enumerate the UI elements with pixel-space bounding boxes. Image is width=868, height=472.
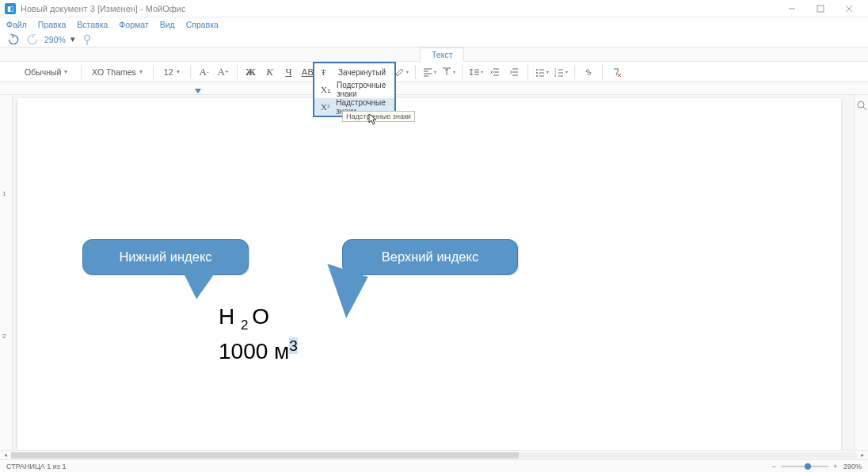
font-value: XO Thames <box>92 67 136 77</box>
menu-help[interactable]: Справка <box>186 20 219 29</box>
maximize-button[interactable] <box>806 0 835 17</box>
workspace: 1 2 H 2 О 1000 м3 Нижний индекс Верхний … <box>0 95 868 450</box>
bullet-list-button[interactable]: ▾ <box>533 63 550 81</box>
pin-button[interactable] <box>80 32 94 47</box>
dropdown-subscript[interactable]: X₁ Подстрочные знаки <box>314 81 394 98</box>
text-1000m: 1000 м <box>219 340 289 364</box>
dropdown-item-label: Подстрочные знаки <box>337 81 388 98</box>
zoom-out-button[interactable]: − <box>771 462 775 470</box>
text-h: H <box>219 304 241 329</box>
titlebar: ◧ Новый документ 3 [Изменен] - МойОфис <box>0 0 868 17</box>
increase-font-button[interactable]: A+ <box>215 63 232 81</box>
svg-point-21 <box>536 72 538 74</box>
scroll-left-icon[interactable]: ◂ <box>0 451 11 459</box>
cursor-icon <box>368 113 378 128</box>
vertical-align-button[interactable]: ▾ <box>440 63 457 81</box>
callout-upper-label: Верхний индекс <box>382 249 478 264</box>
svg-point-22 <box>536 75 538 77</box>
size-value: 12 <box>164 67 173 77</box>
dropdown-item-label: Зачеркнутый <box>338 68 386 77</box>
font-selector[interactable]: XO Thames▾ <box>86 64 148 80</box>
svg-rect-1 <box>817 6 824 12</box>
decrease-font-button[interactable]: A- <box>196 63 213 81</box>
callout-upper-index: Верхний индекс <box>342 239 518 275</box>
formatting-toolbar: Обычный▾ XO Thames▾ 12▾ A- A+ Ж К Ч AB T… <box>0 62 868 82</box>
more-formatting-dropdown: Ŧ Зачеркнутый X₁ Подстрочные знаки X² На… <box>313 62 396 117</box>
callout-tail-icon <box>184 268 223 300</box>
redo-button[interactable] <box>25 32 40 47</box>
style-value: Обычный <box>25 67 61 77</box>
text-o: О <box>252 304 269 329</box>
menu-edit[interactable]: Правка <box>38 20 66 29</box>
text-sup-3: 3 <box>289 337 298 354</box>
strikethrough-icon: Ŧ <box>321 67 332 77</box>
svg-point-34 <box>858 101 864 108</box>
callout-lower-index: Нижний индекс <box>82 239 249 275</box>
scroll-thumb[interactable] <box>11 452 519 459</box>
line-spacing-button[interactable]: ▾ <box>467 63 485 81</box>
subscript-icon: X₁ <box>321 85 330 95</box>
menu-file[interactable]: Файл <box>6 20 27 29</box>
menubar: Файл Правка Вставка Формат Вид Справка <box>0 17 868 32</box>
underline-button[interactable]: Ч <box>280 63 298 81</box>
clear-format-button[interactable] <box>607 63 625 81</box>
statusbar: СТРАНИЦА 1 из 1 − + 290% <box>0 459 868 472</box>
document-canvas[interactable]: H 2 О 1000 м3 Нижний индекс Верхний инде… <box>13 95 854 450</box>
page-indicator[interactable]: СТРАНИЦА 1 из 1 <box>6 462 771 470</box>
horizontal-ruler[interactable] <box>0 82 868 95</box>
svg-point-4 <box>84 35 89 40</box>
minimize-button[interactable] <box>778 0 806 17</box>
zoom-in-button[interactable]: + <box>833 462 837 470</box>
menu-format[interactable]: Формат <box>119 20 148 29</box>
svg-text:3: 3 <box>554 74 557 78</box>
zoom-slider[interactable] <box>781 466 828 467</box>
link-button[interactable] <box>580 63 597 81</box>
scroll-track[interactable] <box>11 452 857 459</box>
search-icon[interactable] <box>856 100 867 111</box>
menu-insert[interactable]: Вставка <box>77 20 108 29</box>
undo-button[interactable] <box>6 32 21 47</box>
context-tabstrip: Текст <box>0 48 868 62</box>
font-size-selector[interactable]: 12▾ <box>158 64 185 80</box>
tab-text[interactable]: Текст <box>420 48 464 62</box>
superscript-icon: X² <box>321 102 329 112</box>
numbered-list-button[interactable]: 123▾ <box>552 63 569 81</box>
app-icon: ◧ <box>5 3 16 14</box>
tooltip: Надстрочные знаки <box>342 111 415 122</box>
bold-button[interactable]: Ж <box>242 63 260 81</box>
indent-marker-icon[interactable] <box>195 89 201 93</box>
menu-view[interactable]: Вид <box>160 20 175 29</box>
callout-tail-icon <box>313 264 367 321</box>
decrease-indent-button[interactable] <box>486 63 504 81</box>
zoom-value[interactable]: 290% <box>44 35 66 44</box>
horizontal-scrollbar[interactable]: ◂ ▸ <box>0 450 868 459</box>
text-sub-2: 2 <box>241 318 252 333</box>
italic-button[interactable]: К <box>261 63 279 81</box>
window-title: Новый документ 3 [Изменен] - МойОфис <box>21 4 778 13</box>
quick-access-bar: 290% ▾ <box>0 32 868 48</box>
svg-point-20 <box>536 69 538 70</box>
review-sidebar <box>854 95 868 450</box>
style-selector[interactable]: Обычный▾ <box>19 64 76 80</box>
page[interactable]: H 2 О 1000 м3 Нижний индекс Верхний инде… <box>17 98 841 450</box>
zoom-label[interactable]: 290% <box>843 462 862 470</box>
callout-lower-label: Нижний индекс <box>119 249 211 264</box>
scroll-right-icon[interactable]: ▸ <box>857 451 868 459</box>
vertical-ruler[interactable]: 1 2 <box>0 95 13 450</box>
increase-indent-button[interactable] <box>505 63 523 81</box>
close-button[interactable] <box>835 0 863 17</box>
svg-line-35 <box>863 107 866 110</box>
document-content[interactable]: H 2 О 1000 м3 <box>219 301 298 368</box>
align-button[interactable]: ▾ <box>421 63 438 81</box>
zoom-chevron-icon[interactable]: ▾ <box>70 34 75 44</box>
dropdown-strikethrough[interactable]: Ŧ Зачеркнутый <box>314 63 394 81</box>
